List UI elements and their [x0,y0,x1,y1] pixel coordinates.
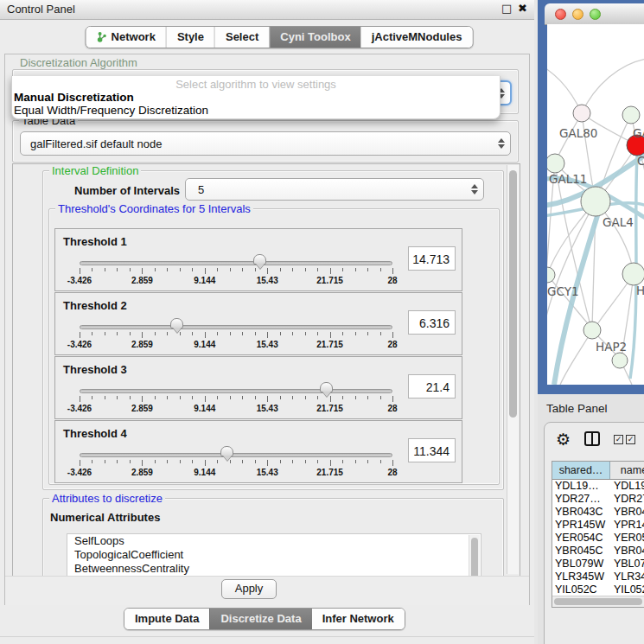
bottom-tabstrip: Impute Data Discretize Data Infer Networ… [124,608,405,630]
attribute-list-item[interactable]: TopologicalCoefficient [67,548,481,562]
table-row[interactable]: YBR045C YBR045C [552,545,644,558]
cell-shared-name[interactable]: YER054C [552,532,610,545]
slider-track[interactable] [80,261,392,265]
checked-box-icon[interactable]: ✓ [626,435,635,444]
numerical-attributes-label: Numerical Attributes [50,511,160,524]
tick-label: -3.426 [67,276,92,285]
number-of-intervals-combobox[interactable]: 5 [185,178,484,201]
table-row[interactable]: YBL079W YBL079W [552,558,644,571]
slider-thumb[interactable] [320,382,333,392]
cell-name[interactable]: YDR27… [610,493,644,506]
cell-name[interactable]: YLR345W [610,571,644,583]
float-window-icon[interactable]: □ [501,2,512,15]
attribute-list-item[interactable]: BetweennessCentrality [67,562,481,576]
cell-shared-name[interactable]: YDL19… [552,480,610,493]
cell-name[interactable]: YDL19… [610,480,644,493]
threshold-1-slider: -3.4262.8599.14415.4321.71528 [55,229,462,290]
tab-impute-data[interactable]: Impute Data [124,609,209,629]
attributes-groupbox: Attributes to discretize Numerical Attri… [42,498,504,577]
zoom-traffic-light[interactable] [590,9,601,20]
table-row[interactable]: YDL19… YDL19… [552,480,644,493]
combo-arrows-icon [498,138,504,149]
column-header-name[interactable]: name [610,462,644,479]
dropdown-option-equal-width[interactable]: Equal Width/Frequency Discretization [14,104,208,117]
table-row[interactable]: YBR043C YBR043C [552,506,644,519]
table-row[interactable]: YER054C YER054C [552,532,644,545]
attribute-list-item[interactable]: SelfLoops [67,534,481,548]
gear-icon[interactable]: ⚙ [556,430,571,449]
table-row[interactable]: YLR345W YLR345W [552,571,644,583]
tab-cyni-toolbox-label: Cyni Toolbox [280,30,350,43]
table-horizontal-scrollbar[interactable] [552,596,644,607]
tab-network[interactable]: Network [86,27,166,48]
table-data-combobox[interactable]: galFiltered.sif default node [20,131,511,156]
slider-thumb[interactable] [220,446,233,456]
tab-discretize-data-label: Discretize Data [220,612,301,625]
tab-style[interactable]: Style [166,27,214,48]
threshold-4-panel: Threshold 4 -3.4262.8599.14415.4321.7152… [54,420,462,483]
tick-label: 9.144 [194,468,215,477]
cell-shared-name[interactable]: YLR345W [552,571,610,583]
tab-network-label: Network [112,30,156,43]
cell-name[interactable]: YBL079W [610,558,644,571]
tick-label: 2.859 [131,468,153,477]
table-toolbar: ⚙ ✓ ✓ [545,428,644,454]
network-icon [97,31,107,43]
tick-label: 28 [387,340,397,349]
apply-button[interactable]: Apply [221,579,277,599]
tab-style-label: Style [177,30,204,43]
tab-impute-data-label: Impute Data [135,612,199,625]
scrollbar-thumb[interactable] [471,538,478,577]
cell-name[interactable]: YBR045C [610,545,644,558]
bottom-divider [0,636,534,637]
cell-name[interactable]: YIL052C [610,583,644,596]
network-window-titlebar [545,3,644,25]
table-data-groupbox: Table Data galFiltered.sif default node [12,120,519,163]
tick-label: 21.715 [316,404,343,413]
close-window-icon[interactable]: ✖ [518,2,527,15]
cell-shared-name[interactable]: YBR043C [552,506,610,519]
cell-name[interactable]: YPR145W [610,519,644,532]
cell-name[interactable]: YER054C [610,532,644,545]
close-traffic-light[interactable] [555,9,566,20]
tab-discretize-data[interactable]: Discretize Data [209,609,311,629]
tab-infer-network[interactable]: Infer Network [312,609,405,629]
tab-jactivemnodules[interactable]: jActiveMNodules [361,27,473,48]
cell-shared-name[interactable]: YDR27… [552,493,610,506]
tab-select[interactable]: Select [214,27,269,48]
interval-definition-title: Interval Definition [49,164,141,177]
algorithm-group-title: Discretization Algorithm [17,56,140,69]
cell-name[interactable]: YBR043C [610,506,644,519]
slider-track[interactable] [80,325,392,329]
slider-track[interactable] [80,453,392,457]
network-canvas[interactable]: GAL80 GA C GAL11 GAL4 GCY1 H HAP2 [547,24,644,385]
cell-shared-name[interactable]: YBL079W [552,558,610,571]
cell-shared-name[interactable]: YBR045C [552,545,610,558]
table-row[interactable]: YPR145W YPR145W [552,519,644,532]
tab-cyni-toolbox[interactable]: Cyni Toolbox [269,27,360,48]
slider-thumb[interactable] [170,318,183,328]
cell-shared-name[interactable]: YIL052C [552,583,610,596]
threshold-3-value-field[interactable]: 21.4 [408,374,456,399]
tick-label: 15.43 [257,468,278,477]
slider-thumb[interactable] [253,254,266,265]
scrollbar-thumb[interactable] [554,598,642,605]
column-header-shared-name[interactable]: shared… [552,462,610,479]
checked-box-icon[interactable]: ✓ [614,435,623,444]
node-table: shared… name YDL19… YDL19… YDR27… YDR27… [552,461,644,608]
node-label-ga-partial: GA [633,126,644,140]
attributes-list-scrollbar[interactable] [469,535,480,577]
settings-scrollbar[interactable] [507,165,519,574]
cell-shared-name[interactable]: YPR145W [552,519,610,532]
slider-track[interactable] [80,389,392,393]
threshold-2-value-field[interactable]: 6.316 [408,310,456,335]
threshold-1-value-field[interactable]: 14.713 [408,246,456,271]
dropdown-option-manual[interactable]: Manual Discretization [14,91,134,104]
minimize-traffic-light[interactable] [572,9,583,20]
split-columns-icon[interactable] [584,431,600,446]
table-panel-title: Table Panel [546,402,608,415]
table-row[interactable]: YDR27… YDR27… [552,493,644,506]
scrollbar-thumb[interactable] [509,170,517,418]
threshold-4-value-field[interactable]: 11.344 [408,438,456,462]
table-row[interactable]: YIL052C YIL052C [552,583,644,596]
